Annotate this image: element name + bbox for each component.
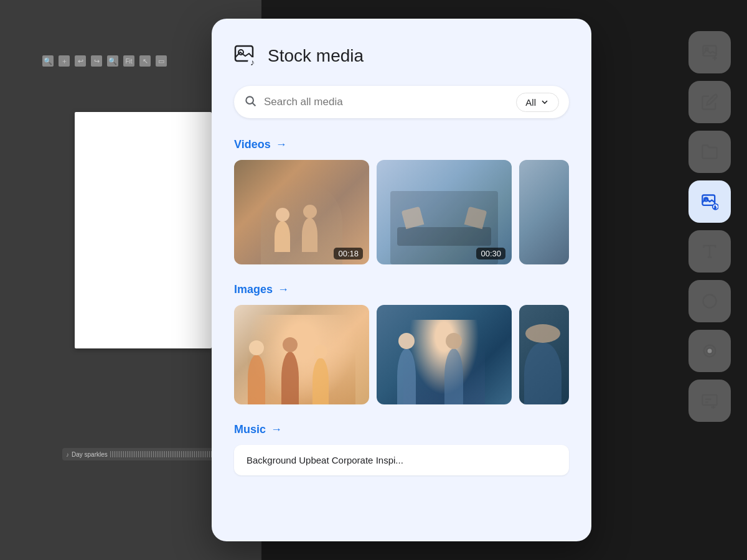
- filter-dropdown[interactable]: All: [516, 93, 559, 112]
- audio-track-label: Day sparkles: [72, 451, 108, 458]
- redo-icon: ↪: [91, 55, 102, 67]
- folder-button[interactable]: [688, 131, 731, 173]
- record-button[interactable]: [688, 330, 731, 372]
- add-icon: ＋: [59, 55, 70, 67]
- shapes-button[interactable]: [688, 280, 731, 322]
- videos-arrow-icon: →: [276, 138, 287, 151]
- text-button[interactable]: [688, 230, 731, 273]
- stock-media-button[interactable]: ♪: [688, 180, 731, 223]
- video-thumb-2[interactable]: 00:30: [377, 160, 512, 264]
- zoom2-icon: 🔍: [107, 55, 118, 67]
- images-arrow-icon: →: [278, 283, 289, 296]
- images-section-header[interactable]: Images →: [234, 283, 569, 296]
- image-grid: [234, 305, 569, 404]
- fit-label: Fit: [123, 55, 134, 67]
- music-arrow-icon: →: [271, 423, 282, 436]
- svg-point-18: [707, 348, 712, 353]
- image-thumb-2[interactable]: [377, 305, 512, 404]
- video-grid: 00:18 00:30: [234, 160, 569, 264]
- video-thumb-1[interactable]: 00:18: [234, 160, 369, 264]
- svg-point-16: [703, 295, 716, 308]
- search-bar[interactable]: All: [234, 86, 569, 118]
- stock-media-panel: ♪ Stock media All Videos →: [212, 19, 591, 541]
- image-thumb-1[interactable]: [234, 305, 369, 404]
- music-item-1[interactable]: Background Upbeat Corporate Inspi...: [234, 445, 569, 475]
- svg-point-4: [246, 96, 253, 104]
- edit-button[interactable]: [688, 81, 731, 123]
- filter-label: All: [525, 97, 536, 108]
- panel-header: ♪ Stock media: [234, 44, 569, 68]
- frame-icon: ▭: [156, 55, 167, 67]
- image-thumb-3[interactable]: [519, 305, 569, 404]
- zoom-icon: 🔍: [42, 55, 54, 67]
- add-media-button[interactable]: [688, 31, 731, 73]
- music-section-title: Music: [234, 423, 266, 436]
- editor-canvas: [75, 112, 212, 348]
- svg-text:♪: ♪: [250, 57, 255, 67]
- stock-media-header-icon: ♪: [234, 44, 259, 68]
- music-section-header[interactable]: Music →: [234, 423, 569, 436]
- cursor-icon: ↖: [139, 55, 151, 67]
- video-2-duration: 00:30: [476, 248, 505, 259]
- audio-note-icon: ♪: [66, 451, 69, 458]
- panel-title: Stock media: [268, 46, 364, 66]
- right-sidebar: ♪: [685, 31, 735, 422]
- audio-bar: ♪ Day sparkles: [62, 448, 218, 460]
- svg-rect-19: [702, 395, 716, 405]
- video-1-duration: 00:18: [334, 248, 363, 259]
- captions-button[interactable]: [688, 380, 731, 422]
- music-title-1: Background Upbeat Corporate Inspi...: [247, 455, 403, 465]
- audio-waveform: [110, 451, 214, 457]
- video-thumb-3[interactable]: [519, 160, 569, 264]
- search-icon: [244, 95, 256, 110]
- svg-line-5: [253, 103, 256, 106]
- search-input[interactable]: [264, 96, 516, 108]
- videos-section-title: Videos: [234, 138, 271, 151]
- svg-text:♪: ♪: [713, 205, 716, 210]
- videos-section-header[interactable]: Videos →: [234, 138, 569, 151]
- undo-icon: ↩: [75, 55, 86, 67]
- images-section-title: Images: [234, 283, 273, 296]
